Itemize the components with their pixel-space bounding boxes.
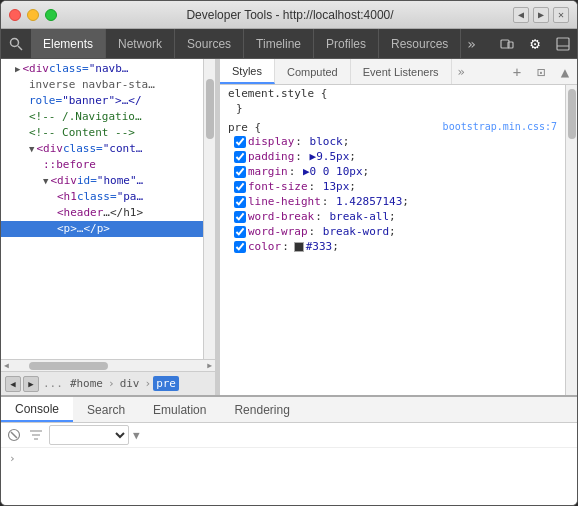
tab-rendering[interactable]: Rendering: [220, 397, 303, 422]
devtools-main-content: ▶ <div class= "navb… inverse navbar-sta……: [1, 59, 577, 395]
html-line[interactable]: <!-- Content -->: [1, 125, 203, 141]
tab-event-listeners[interactable]: Event Listeners: [351, 59, 452, 84]
breadcrumb-arrow2: ›: [145, 377, 152, 390]
style-rule-pre: pre { bootstrap.min.css:7 display : bloc…: [220, 119, 565, 256]
property-checkbox-line-height[interactable]: [234, 196, 246, 208]
property-checkbox-display[interactable]: [234, 136, 246, 148]
html-line[interactable]: ▼ <div id= "home"…: [1, 173, 203, 189]
scroll-right-btn[interactable]: ▶: [206, 361, 213, 370]
styles-scroll-wrapper: element.style { } pre { bootstrap.min.cs…: [220, 85, 577, 395]
style-property-color: color : #333 ;: [228, 239, 557, 254]
elements-lines: ▶ <div class= "navb… inverse navbar-sta……: [1, 59, 203, 359]
tab-computed[interactable]: Computed: [275, 59, 351, 84]
property-checkbox-padding[interactable]: [234, 151, 246, 163]
frame-select-wrapper: ▼: [49, 425, 140, 445]
breadcrumb-sep: ...: [43, 377, 63, 390]
close-button[interactable]: [9, 9, 21, 21]
filter-icon[interactable]: [27, 426, 45, 444]
html-line[interactable]: <!-- /.Navigatio…: [1, 109, 203, 125]
style-rule-close: }: [228, 100, 557, 117]
svg-line-7: [11, 432, 17, 438]
minimize-button[interactable]: [27, 9, 39, 21]
new-rule-btn[interactable]: +: [505, 59, 529, 84]
inspect-icon[interactable]: [1, 29, 31, 58]
html-line[interactable]: role= "banner">…</: [1, 93, 203, 109]
tab-resources[interactable]: Resources: [379, 29, 461, 58]
title-bar: Developer Tools - http://localhost:4000/…: [1, 1, 577, 29]
elements-scroll: ▶ <div class= "navb… inverse navbar-sta……: [1, 59, 215, 359]
console-toolbar: ▼: [1, 423, 577, 448]
styles-v-scrollbar[interactable]: [565, 85, 577, 395]
breadcrumb-home[interactable]: #home: [67, 377, 106, 390]
property-checkbox-word-break[interactable]: [234, 211, 246, 223]
html-line[interactable]: ▼ <div class= "cont…: [1, 141, 203, 157]
scroll-left-btn[interactable]: ◀: [3, 361, 10, 370]
elements-content: ▶ <div class= "navb… inverse navbar-sta……: [1, 59, 203, 239]
styles-scroll-track: [566, 85, 577, 395]
style-property-margin: margin : ▶0 0 10px ;: [228, 164, 557, 179]
emulation-toggle-btn[interactable]: [493, 29, 521, 58]
collapse-icon: ▼: [43, 173, 48, 189]
toggle-format-btn[interactable]: ⊡: [529, 59, 553, 84]
tab-styles[interactable]: Styles: [220, 59, 275, 84]
style-property-padding: padding : ▶9.5px ;: [228, 149, 557, 164]
html-line[interactable]: <h1 class= "pa…: [1, 189, 203, 205]
breadcrumb-pre[interactable]: pre: [153, 376, 179, 391]
breadcrumb-prev-btn[interactable]: ◀: [5, 376, 21, 392]
style-property-word-wrap: word-wrap : break-word ;: [228, 224, 557, 239]
clear-console-btn[interactable]: [5, 426, 23, 444]
styles-tab-bar: Styles Computed Event Listeners » + ⊡ ▲: [220, 59, 577, 85]
svg-point-0: [11, 38, 19, 46]
tab-profiles[interactable]: Profiles: [314, 29, 379, 58]
styles-panel: Styles Computed Event Listeners » + ⊡ ▲ …: [220, 59, 577, 395]
styles-scroll-thumb[interactable]: [568, 89, 576, 139]
window-next-btn[interactable]: ▶: [533, 7, 549, 23]
property-checkbox-color[interactable]: [234, 241, 246, 253]
styles-actions: + ⊡ ▲: [505, 59, 577, 84]
frame-select[interactable]: [49, 425, 129, 445]
scrollbar-track: [204, 59, 215, 359]
html-line[interactable]: <header …</h1>: [1, 205, 203, 221]
styles-v-scroll-up[interactable]: ▲: [553, 59, 577, 84]
traffic-lights: [9, 9, 57, 21]
elements-v-scrollbar[interactable]: [203, 59, 215, 359]
style-rule-selector: element.style {: [228, 87, 557, 100]
styles-tabs-overflow[interactable]: »: [452, 59, 471, 84]
style-property-line-height: line-height : 1.42857143 ;: [228, 194, 557, 209]
html-line[interactable]: ▶ <div class= "navb…: [1, 61, 203, 77]
devtools-window: Developer Tools - http://localhost:4000/…: [0, 0, 578, 506]
tabs-overflow-btn[interactable]: »: [461, 29, 481, 58]
style-rule-selector-pre: pre { bootstrap.min.css:7: [228, 121, 557, 134]
tab-timeline[interactable]: Timeline: [244, 29, 314, 58]
h-scroll-thumb[interactable]: [29, 362, 108, 370]
style-rule-element: element.style { }: [220, 85, 565, 119]
tab-emulation[interactable]: Emulation: [139, 397, 220, 422]
window-prev-btn[interactable]: ◀: [513, 7, 529, 23]
html-line-selected[interactable]: <p>…</p>: [1, 221, 203, 237]
scrollbar-thumb[interactable]: [206, 79, 214, 139]
tab-sources[interactable]: Sources: [175, 29, 244, 58]
maximize-button[interactable]: [45, 9, 57, 21]
console-prompt-icon: ›: [9, 452, 16, 465]
style-property-font-size: font-size : 13px ;: [228, 179, 557, 194]
devtools-tab-bar: Elements Network Sources Timeline Profil…: [1, 29, 577, 59]
window-close-btn[interactable]: ✕: [553, 7, 569, 23]
tab-search[interactable]: Search: [73, 397, 139, 422]
tab-console[interactable]: Console: [1, 397, 73, 422]
tab-elements[interactable]: Elements: [31, 29, 106, 58]
property-checkbox-margin[interactable]: [234, 166, 246, 178]
dock-btn[interactable]: [549, 29, 577, 58]
color-swatch[interactable]: [294, 242, 304, 252]
html-line[interactable]: inverse navbar-sta…: [1, 77, 203, 93]
tab-network[interactable]: Network: [106, 29, 175, 58]
breadcrumb-next-btn[interactable]: ▶: [23, 376, 39, 392]
settings-btn[interactable]: ⚙: [521, 29, 549, 58]
style-source-link[interactable]: bootstrap.min.css:7: [443, 121, 557, 132]
breadcrumb-div[interactable]: div: [117, 377, 143, 390]
property-checkbox-font-size[interactable]: [234, 181, 246, 193]
html-line[interactable]: ::before: [1, 157, 203, 173]
property-checkbox-word-wrap[interactable]: [234, 226, 246, 238]
devtools-actions: ⚙: [493, 29, 577, 58]
elements-h-scrollbar[interactable]: ◀ ▶: [1, 359, 215, 371]
svg-rect-4: [557, 38, 569, 50]
